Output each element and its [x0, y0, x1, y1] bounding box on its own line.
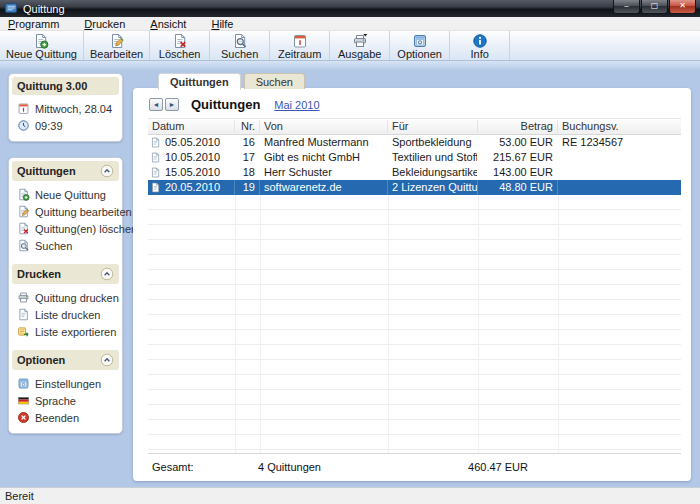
- cell-fuer: 2 Lizenzen Quittung: [388, 180, 478, 195]
- cell-buchungsv: [558, 180, 681, 195]
- sidebar-item-neue-quittung[interactable]: Neue Quittung: [15, 186, 118, 203]
- row-doc-icon: [150, 182, 161, 193]
- quit-icon: [17, 411, 30, 424]
- sidebar-item-quittung-drucken[interactable]: Quittung drucken: [15, 289, 118, 306]
- minimize-button[interactable]: –: [613, 0, 640, 14]
- toolbar-button-suchen[interactable]: Suchen: [210, 31, 270, 60]
- sidebar-item-quittung-bearbeiten[interactable]: Quittung bearbeiten: [15, 203, 118, 220]
- tab-quittungen[interactable]: Quittungen: [158, 73, 241, 90]
- table-row[interactable]: 15.05.201018Herr SchusterBekleidungsarti…: [148, 165, 681, 180]
- cell-buchungsv: [558, 150, 681, 165]
- sidebar-item-beenden[interactable]: Beenden: [15, 409, 118, 426]
- column-header-nr[interactable]: Nr.: [235, 120, 260, 133]
- sidebar-item-sprache[interactable]: Sprache: [15, 392, 118, 409]
- cell-von: Gibt es nicht GmbH: [260, 150, 388, 165]
- previous-month-button[interactable]: ◄: [149, 98, 163, 111]
- cell-nr: 18: [235, 165, 260, 180]
- export-icon: [17, 325, 30, 338]
- column-header-von[interactable]: Von: [260, 120, 388, 133]
- cell-fuer: Textilien und Stoffe: [388, 150, 478, 165]
- cell-betrag: 143.00 EUR: [478, 165, 558, 180]
- status-bar: Bereit: [0, 487, 700, 504]
- menu-item-ansicht[interactable]: Ansicht: [147, 18, 194, 30]
- app-version-label: Quittung 3.00: [17, 80, 87, 92]
- column-header-fur[interactable]: Für: [388, 120, 478, 133]
- next-month-button[interactable]: ►: [165, 98, 179, 111]
- collapse-icon: [100, 267, 114, 281]
- sidebar-item-einstellungen[interactable]: Einstellungen: [15, 375, 118, 392]
- toolbar-button-bearbeiten[interactable]: Bearbeiten: [84, 31, 150, 60]
- receipts-table: DatumNr.VonFürBetragBuchungsv. 05.05.201…: [148, 118, 681, 481]
- calendar-icon: [292, 33, 308, 49]
- cell-datum: 20.05.2010: [148, 180, 235, 195]
- collapse-button[interactable]: [100, 353, 114, 367]
- cell-buchungsv: [558, 165, 681, 180]
- menu-item-programm[interactable]: Programm: [5, 18, 67, 30]
- options-icon: [412, 33, 428, 49]
- cell-von: softwarenetz.de: [260, 180, 388, 195]
- period-link[interactable]: Mai 2010: [274, 99, 319, 111]
- table-row[interactable]: 10.05.201017Gibt es nicht GmbHTextilien …: [148, 150, 681, 165]
- footer-total-label: Gesamt:: [152, 461, 194, 473]
- clock-icon: [17, 119, 30, 132]
- sidebar-item-liste-exportieren[interactable]: Liste exportieren: [15, 323, 118, 340]
- column-header-buchungsv[interactable]: Buchungsv.: [558, 120, 681, 133]
- search-icon: [17, 239, 30, 252]
- tab-bar: QuittungenSuchen: [158, 73, 691, 89]
- maximize-button[interactable]: ▢: [641, 0, 668, 14]
- table-header-row[interactable]: DatumNr.VonFürBetragBuchungsv.: [148, 118, 681, 135]
- info-panel-header: Quittung 3.00: [12, 77, 119, 95]
- main-area: QuittungenSuchen ◄ ► Quittungen Mai 2010…: [133, 73, 691, 481]
- sidebar-item-quittung-en-loschen[interactable]: Quittung(en) löschen: [15, 220, 118, 237]
- sidebar-item-liste-drucken[interactable]: Liste drucken: [15, 306, 118, 323]
- collapse-button[interactable]: [100, 267, 114, 281]
- table-footer: Gesamt: 4 Quittungen 460.47 EUR: [148, 453, 681, 481]
- sidebar-section-quittungen: QuittungenNeue QuittungQuittung bearbeit…: [12, 161, 119, 258]
- cell-nr: 16: [235, 135, 260, 150]
- toolbar-button-info[interactable]: Info: [450, 31, 510, 60]
- column-header-datum[interactable]: Datum: [148, 120, 235, 133]
- column-header-betrag[interactable]: Betrag: [478, 120, 558, 133]
- cell-fuer: Bekleidungsartikel: [388, 165, 478, 180]
- cell-nr: 17: [235, 150, 260, 165]
- cell-datum: 05.05.2010: [148, 135, 235, 150]
- cell-fuer: Sportbekleidung: [388, 135, 478, 150]
- receipt-new-icon: [33, 33, 49, 49]
- row-doc-icon: [150, 167, 161, 178]
- menu-item-hilfe[interactable]: Hilfe: [208, 18, 241, 30]
- calendar-icon: [17, 102, 30, 115]
- collapse-button[interactable]: [100, 164, 114, 178]
- toolbar-button-loschen[interactable]: Löschen: [150, 31, 210, 60]
- edit-icon: [17, 205, 30, 218]
- settings-icon: [17, 377, 30, 390]
- app-icon: [4, 1, 18, 15]
- toolbar-button-ausgabe[interactable]: Ausgabe: [330, 31, 390, 60]
- tab-suchen[interactable]: Suchen: [244, 73, 305, 89]
- collapse-icon: [100, 164, 114, 178]
- sidebar-item-suchen[interactable]: Suchen: [15, 237, 118, 254]
- toolbar-button-neue-quittung[interactable]: Neue Quittung: [0, 31, 84, 60]
- cell-von: Herr Schuster: [260, 165, 388, 180]
- window-title: Quittung: [23, 3, 65, 15]
- german-flag-icon: [17, 394, 30, 407]
- search-icon: [232, 33, 248, 49]
- cell-betrag: 215.67 EUR: [478, 150, 558, 165]
- cell-nr: 19: [235, 180, 260, 195]
- table-row[interactable]: 20.05.201019softwarenetz.de2 Lizenzen Qu…: [148, 180, 681, 195]
- printer-icon: [17, 291, 30, 304]
- table-row[interactable]: 05.05.201016Manfred MustermannSportbekle…: [148, 135, 681, 150]
- cell-betrag: 53.00 EUR: [478, 135, 558, 150]
- toolbar-button-optionen[interactable]: Optionen: [390, 31, 450, 60]
- info-item-09-39: 09:39: [15, 117, 118, 134]
- delete-icon: [17, 222, 30, 235]
- cell-datum: 10.05.2010: [148, 150, 235, 165]
- sidebar-section-optionen: OptionenEinstellungenSpracheBeenden: [12, 350, 119, 430]
- table-empty-area: [148, 195, 681, 453]
- row-doc-icon: [150, 152, 161, 163]
- close-button[interactable]: ✕: [669, 0, 696, 14]
- edit-icon: [109, 33, 125, 49]
- cell-buchungsv: RE 1234567: [558, 135, 681, 150]
- menu-item-drucken[interactable]: Drucken: [81, 18, 133, 30]
- toolbar-button-zeitraum[interactable]: Zeitraum: [270, 31, 330, 60]
- toolbar: Neue QuittungBearbeitenLöschenSuchenZeit…: [0, 31, 700, 61]
